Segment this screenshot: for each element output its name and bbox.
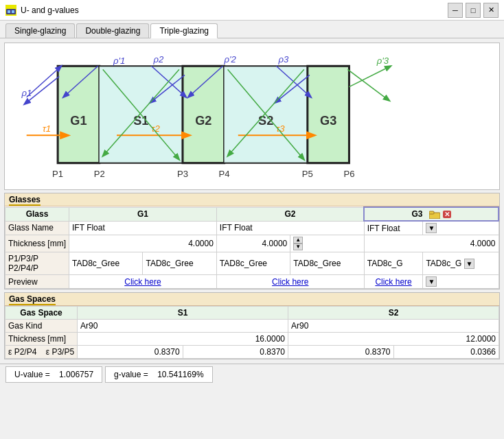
glass-name-label: Glass Name: [5, 221, 69, 235]
window-controls: ─ □ ✕: [448, 3, 499, 18]
gas-s1-kind: Ar90: [78, 320, 288, 333]
gas-epsilon-row: ε P2/P4 ε P3/P5 0.8370 0.8370 0.8370 0.0…: [5, 346, 499, 359]
gas-s1-eps1: 0.8370: [78, 346, 183, 359]
folder-icon[interactable]: [429, 209, 442, 219]
gas-s2-eps2: 0.0366: [393, 346, 499, 359]
glass-col-g3: G3 ✕: [364, 207, 499, 221]
glass-g1-thickness: 4.0000: [69, 235, 217, 252]
gas-column-headers: Gas Space S1 S2: [5, 307, 499, 320]
gas-col-s2: S2: [288, 307, 499, 320]
glass-g3-preview-dropdown[interactable]: ▼: [423, 275, 499, 289]
glass-g3-preview-dropdown-button[interactable]: ▼: [426, 276, 437, 287]
svg-text:ρ2: ρ2: [153, 54, 165, 64]
gas-s2-kind: Ar90: [288, 320, 499, 333]
glass-coating-row: P1/P3/P P2/P4/P TAD8c_Gree TAD8c_Gree TA…: [5, 252, 499, 275]
close-button[interactable]: ✕: [483, 3, 499, 18]
glass-thickness-row: Thickness [mm] 4.0000 4.0000 ▲ ▼ 4.0000: [5, 235, 499, 252]
glasses-table: Glass G1 G2 G3 ✕ Glass Name: [5, 206, 499, 289]
glass-g3-coat2-dropdown[interactable]: TAD8c_G ▼: [423, 252, 499, 275]
gas-col-label: Gas Space: [5, 307, 78, 320]
gas-kind-label: Gas Kind: [5, 320, 78, 333]
maximize-button[interactable]: □: [466, 3, 481, 18]
footer: U-value = 1.006757 g-value = 10.541169%: [0, 364, 504, 384]
tab-double-glazing[interactable]: Double-glazing: [76, 23, 149, 38]
glass-g3-name: IFT Float: [364, 221, 423, 235]
gvalue-display: g-value = 10.541169%: [105, 366, 212, 383]
tabbar: Single-glazing Double-glazing Triple-gla…: [0, 21, 504, 38]
glazing-diagram: G1 S1 G2 S2 G3 P1 P2 P3 P4 P5 P6 τ1 τ2 τ…: [10, 49, 494, 184]
svg-rect-50: [429, 211, 434, 214]
svg-text:P2: P2: [94, 169, 105, 179]
svg-text:P3: P3: [177, 169, 188, 179]
gas-thickness-row: Thickness [mm] 16.0000 12.0000: [5, 333, 499, 346]
svg-text:ρ1: ρ1: [21, 88, 32, 98]
uvalue-display: U-value = 1.006757: [5, 366, 102, 383]
glass-col-g1: G1: [69, 207, 217, 221]
svg-text:ρ3: ρ3: [277, 54, 289, 64]
svg-text:G1: G1: [70, 114, 87, 128]
gas-kind-row: Gas Kind Ar90 Ar90: [5, 320, 499, 333]
glass-g2-preview[interactable]: Click here: [216, 275, 364, 289]
gas-table: Gas Space S1 S2 Gas Kind Ar90 Ar90 Thick…: [5, 306, 499, 359]
gas-header: Gas Spaces: [5, 293, 499, 306]
glass-g3-dropdown-button[interactable]: ▼: [426, 223, 437, 233]
glass-g3-coat-dropdown-button[interactable]: ▼: [464, 259, 475, 269]
svg-text:P5: P5: [302, 169, 313, 179]
titlebar: U- and g-values ─ □ ✕: [0, 0, 504, 21]
main-content: G1 S1 G2 S2 G3 P1 P2 P3 P4 P5 P6 τ1 τ2 τ…: [0, 38, 504, 364]
svg-text:τ1: τ1: [43, 123, 51, 134]
glass-g2-thickness: 4.0000: [216, 235, 290, 252]
glass-g3-thickness: 4.0000: [364, 235, 499, 252]
glass-g3-preview[interactable]: Click here: [364, 275, 423, 289]
svg-rect-3: [12, 10, 14, 13]
svg-text:ρ'3: ρ'3: [376, 56, 389, 66]
svg-text:G2: G2: [195, 114, 211, 128]
svg-rect-2: [8, 10, 10, 13]
glass-g2-name: IFT Float: [216, 221, 364, 235]
svg-text:ρ'2: ρ'2: [224, 54, 237, 64]
glass-g1-name: IFT Float: [69, 221, 217, 235]
glasses-header: Glasses: [5, 193, 499, 206]
glass-col-label: Glass: [5, 207, 69, 221]
svg-text:G3: G3: [320, 114, 336, 128]
spin-up[interactable]: ▲: [293, 237, 303, 244]
gas-s2-eps1: 0.8370: [288, 346, 393, 359]
spin-down[interactable]: ▼: [293, 244, 303, 250]
glass-coating-label: P1/P3/P P2/P4/P: [5, 252, 69, 275]
diagram-area: G1 S1 G2 S2 G3 P1 P2 P3 P4 P5 P6 τ1 τ2 τ…: [4, 43, 500, 190]
window-title: U- and g-values: [21, 5, 79, 15]
glass-g1-preview[interactable]: Click here: [69, 275, 217, 289]
tab-triple-glazing[interactable]: Triple-glazing: [150, 23, 218, 38]
svg-text:P6: P6: [343, 169, 354, 179]
glass-thickness-label: Thickness [mm]: [5, 235, 69, 252]
gas-s1-eps2: 0.8370: [183, 346, 288, 359]
glass-col-g2: G2: [216, 207, 364, 221]
glasses-column-headers: Glass G1 G2 G3 ✕: [5, 207, 499, 221]
glass-preview-row: Preview Click here Click here Click here…: [5, 275, 499, 289]
svg-text:P4: P4: [219, 169, 230, 179]
glass-g2-coat2: TAD8c_Gree: [290, 252, 364, 275]
gas-s2-thickness: 12.0000: [288, 333, 499, 346]
glasses-section: Glasses Glass G1 G2 G3 ✕: [4, 193, 500, 289]
gas-s1-thickness: 16.0000: [78, 333, 288, 346]
glass-g3-name-dropdown[interactable]: ▼: [423, 221, 499, 235]
app-icon: [5, 5, 16, 16]
minimize-button[interactable]: ─: [448, 3, 463, 18]
glass-g2-coat1: TAD8c_Gree: [216, 252, 290, 275]
gas-thickness-label: Thickness [mm]: [5, 333, 78, 346]
gas-section: Gas Spaces Gas Space S1 S2 Gas Kind Ar90…: [4, 292, 500, 359]
glass-g3-coat1: TAD8c_G: [364, 252, 423, 275]
gas-col-s1: S1: [78, 307, 288, 320]
glass-preview-label: Preview: [5, 275, 69, 289]
glass-g1-coat1: TAD8c_Gree: [69, 252, 143, 275]
tab-single-glazing[interactable]: Single-glazing: [5, 23, 75, 38]
svg-text:ρ'1: ρ'1: [113, 56, 125, 66]
glass-g2-spinner[interactable]: ▲ ▼: [290, 235, 364, 252]
delete-glass-icon[interactable]: ✕: [443, 211, 451, 218]
svg-text:P1: P1: [52, 169, 63, 179]
glass-g1-coat2: TAD8c_Gree: [143, 252, 216, 275]
gas-epsilon-label: ε P2/P4 ε P3/P5: [5, 346, 78, 359]
glass-name-row: Glass Name IFT Float IFT Float IFT Float…: [5, 221, 499, 235]
